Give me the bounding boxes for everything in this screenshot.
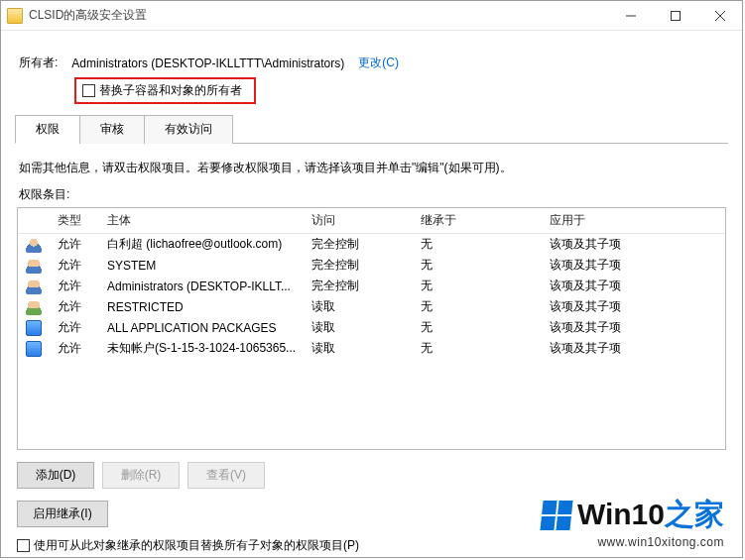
cell-type: 允许	[50, 296, 99, 317]
tab-effective[interactable]: 有效访问	[144, 115, 233, 144]
col-access-header[interactable]: 访问	[304, 208, 413, 234]
change-owner-link[interactable]: 更改(C)	[358, 55, 399, 71]
cell-access: 完全控制	[304, 276, 413, 296]
cell-apply: 该项及其子项	[542, 338, 725, 359]
cell-apply: 该项及其子项	[542, 234, 725, 256]
owner-label: 所有者:	[19, 55, 58, 71]
table-row[interactable]: 允许Administrators (DESKTOP-IKLLT...完全控制无该…	[18, 276, 725, 296]
cell-principal: RESTRICTED	[99, 296, 304, 317]
cell-inherit: 无	[413, 255, 542, 276]
cell-inherit: 无	[413, 317, 542, 338]
cell-apply: 该项及其子项	[542, 276, 725, 296]
permission-entries-label: 权限条目:	[19, 186, 724, 203]
cell-type: 允许	[50, 255, 99, 276]
table-row[interactable]: 允许SYSTEM完全控制无该项及其子项	[18, 255, 725, 276]
cell-type: 允许	[50, 317, 99, 338]
close-button[interactable]	[697, 1, 742, 30]
owner-row: 所有者: Administrators (DESKTOP-IKLLTTT\Adm…	[19, 55, 724, 71]
principal-icon	[26, 320, 42, 336]
col-apply-header[interactable]: 应用于	[542, 208, 725, 234]
buttons-row: 添加(D) 删除(R) 查看(V)	[17, 462, 726, 489]
cell-principal: Administrators (DESKTOP-IKLLT...	[99, 276, 304, 296]
cell-apply: 该项及其子项	[542, 255, 725, 276]
tab-permissions[interactable]: 权限	[15, 115, 80, 144]
col-icon-header[interactable]	[18, 208, 50, 234]
security-dialog: CLSID的高级安全设置 所有者: Administrators (DESKTO…	[0, 0, 743, 558]
cell-inherit: 无	[413, 276, 542, 296]
cell-access: 完全控制	[304, 255, 413, 276]
table-row[interactable]: 允许ALL APPLICATION PACKAGES读取无该项及其子项	[18, 317, 725, 338]
instructions-text: 如需其他信息，请双击权限项目。若要修改权限项目，请选择该项目并单击"编辑"(如果…	[19, 160, 724, 176]
cell-type: 允许	[50, 234, 99, 256]
cell-principal: ALL APPLICATION PACKAGES	[99, 317, 304, 338]
permissions-table: 类型 主体 访问 继承于 应用于 允许白利超 (lichaofree@outlo…	[18, 208, 725, 359]
col-principal-header[interactable]: 主体	[99, 208, 304, 234]
replace-owner-checkbox[interactable]	[82, 84, 95, 97]
col-inherit-header[interactable]: 继承于	[413, 208, 542, 234]
table-row[interactable]: 允许白利超 (lichaofree@outlook.com)完全控制无该项及其子…	[18, 234, 725, 256]
owner-value: Administrators (DESKTOP-IKLLTTT\Administ…	[71, 56, 344, 70]
principal-icon	[26, 341, 42, 357]
replace-all-label: 使用可从此对象继承的权限项目替换所有子对象的权限项目(P)	[34, 537, 359, 554]
cell-type: 允许	[50, 276, 99, 296]
titlebar: CLSID的高级安全设置	[1, 1, 742, 31]
permissions-table-wrapper: 类型 主体 访问 继承于 应用于 允许白利超 (lichaofree@outlo…	[17, 207, 726, 450]
replace-all-checkbox[interactable]	[17, 539, 30, 552]
folder-icon	[7, 8, 23, 24]
cell-inherit: 无	[413, 234, 542, 256]
inherit-row: 启用继承(I)	[17, 501, 726, 527]
principal-icon	[26, 237, 42, 253]
cell-inherit: 无	[413, 338, 542, 359]
enable-inherit-button[interactable]: 启用继承(I)	[17, 501, 108, 527]
replace-owner-row: 替换子容器和对象的所有者	[74, 77, 728, 104]
cell-principal: 白利超 (lichaofree@outlook.com)	[99, 234, 304, 256]
window-title: CLSID的高级安全设置	[29, 7, 608, 24]
col-type-header[interactable]: 类型	[50, 208, 99, 234]
window-controls	[608, 1, 742, 30]
minimize-button[interactable]	[608, 1, 653, 30]
principal-icon	[26, 299, 42, 315]
view-button[interactable]: 查看(V)	[187, 462, 265, 489]
tabs: 权限 审核 有效访问	[15, 114, 728, 144]
svg-rect-1	[671, 11, 680, 20]
cell-access: 读取	[304, 338, 413, 359]
principal-icon	[26, 258, 42, 274]
highlight-box: 替换子容器和对象的所有者	[74, 77, 256, 104]
maximize-button[interactable]	[653, 1, 697, 30]
remove-button[interactable]: 删除(R)	[102, 462, 180, 489]
table-row[interactable]: 允许未知帐户(S-1-15-3-1024-1065365...读取无该项及其子项	[18, 338, 725, 359]
cell-apply: 该项及其子项	[542, 296, 725, 317]
content-area: 所有者: Administrators (DESKTOP-IKLLTTT\Adm…	[1, 31, 742, 560]
cell-access: 读取	[304, 296, 413, 317]
tab-audit[interactable]: 审核	[79, 115, 145, 144]
table-row[interactable]: 允许RESTRICTED读取无该项及其子项	[18, 296, 725, 317]
add-button[interactable]: 添加(D)	[17, 462, 94, 489]
replace-owner-label: 替换子容器和对象的所有者	[99, 82, 242, 99]
replace-all-row: 使用可从此对象继承的权限项目替换所有子对象的权限项目(P)	[17, 537, 726, 554]
cell-principal: 未知帐户(S-1-15-3-1024-1065365...	[99, 338, 304, 359]
cell-principal: SYSTEM	[99, 255, 304, 276]
cell-access: 读取	[304, 317, 413, 338]
cell-access: 完全控制	[304, 234, 413, 256]
cell-inherit: 无	[413, 296, 542, 317]
cell-apply: 该项及其子项	[542, 317, 725, 338]
cell-type: 允许	[50, 338, 99, 359]
principal-icon	[26, 279, 42, 294]
